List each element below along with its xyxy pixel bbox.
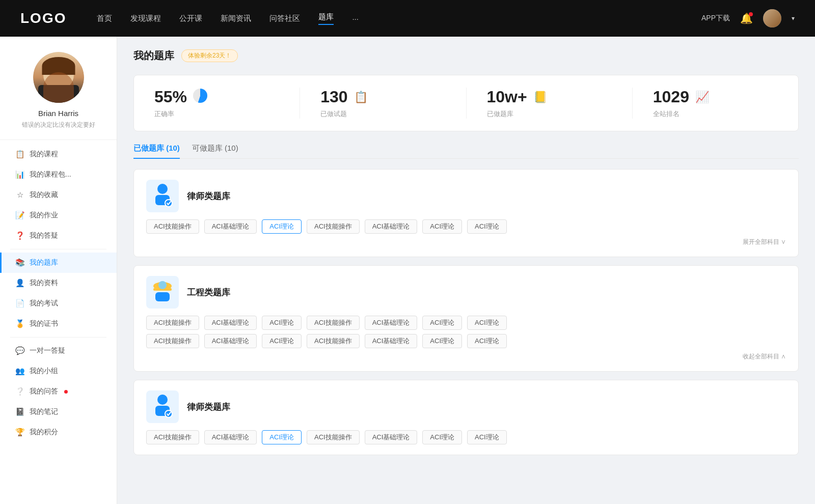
menu-my-courses[interactable]: 📋 我的课程: [0, 144, 117, 164]
tag-eng-r2-3[interactable]: ACI技能操作: [307, 334, 360, 348]
qbank-avatar-engineer: [146, 276, 179, 309]
menu-homework[interactable]: 📝 我的作业: [0, 205, 117, 226]
menu-points[interactable]: 🏆 我的积分: [0, 422, 117, 442]
tag-eng-r2-1[interactable]: ACI基础理论: [204, 334, 257, 348]
trial-badge: 体验剩余23天！: [181, 49, 238, 62]
menu-homework-label: 我的作业: [30, 211, 58, 220]
qbank-tags-engineer-row2: ACI技能操作 ACI基础理论 ACI理论 ACI技能操作 ACI基础理论 AC…: [146, 334, 786, 348]
tag-eng-r1-4[interactable]: ACI基础理论: [365, 316, 418, 330]
tag-eng-r1-5[interactable]: ACI理论: [422, 316, 462, 330]
tag-eng-r2-2[interactable]: ACI理论: [262, 334, 302, 348]
book-icon: 📒: [533, 91, 547, 104]
qbank-avatar-lawyer-1: [146, 180, 179, 212]
tag-eng-r2-5[interactable]: ACI理论: [422, 334, 462, 348]
tag-lawyer1-0[interactable]: ACI技能操作: [146, 219, 199, 234]
menu-profile[interactable]: 👤 我的资料: [0, 273, 117, 293]
tag-lawyer1-1[interactable]: ACI基础理论: [204, 219, 257, 234]
avatar-image: [763, 9, 781, 27]
stat-done-top: 130 📋: [320, 88, 367, 106]
menu-course-packages[interactable]: 📊 我的课程包...: [0, 164, 117, 185]
doubts-icon: ❓: [15, 231, 24, 240]
qbank-tags-lawyer-1: ACI技能操作 ACI基础理论 ACI理论 ACI技能操作 ACI基础理论 AC…: [146, 219, 786, 234]
menu-divider-1: [10, 249, 106, 249]
doc-icon: 📋: [354, 91, 368, 104]
svg-point-7: [157, 395, 168, 405]
tag-eng-r1-6[interactable]: ACI理论: [467, 316, 507, 330]
svg-rect-6: [155, 292, 170, 301]
user-avatar[interactable]: [763, 9, 781, 27]
tab-done-banks[interactable]: 已做题库 (10): [133, 144, 180, 158]
stat-done-label: 已做试题: [320, 109, 347, 119]
menu-one-on-one[interactable]: 💬 一对一答疑: [0, 341, 117, 361]
menu-qa-doubts[interactable]: ❓ 我的答疑: [0, 226, 117, 246]
page-layout: Brian Harris 错误的决定比没有决定要好 📋 我的课程 📊 我的课程包…: [0, 37, 815, 504]
qbank-icon: 📚: [15, 258, 24, 267]
menu-favorites[interactable]: ☆ 我的收藏: [0, 185, 117, 205]
menu-exam[interactable]: 📄 我的考试: [0, 293, 117, 314]
nav-home[interactable]: 首页: [97, 14, 112, 23]
qbank-header-lawyer-2: 律师类题库: [146, 390, 786, 423]
pie-chart-icon: [193, 89, 207, 103]
tag-eng-r1-1[interactable]: ACI基础理论: [204, 316, 257, 330]
tag-eng-r1-3[interactable]: ACI技能操作: [307, 316, 360, 330]
lawyer2-svg-icon: [150, 393, 175, 421]
tag-lawyer2-6[interactable]: ACI理论: [467, 430, 507, 444]
qbank-card-lawyer-1: 律师类题库 ACI技能操作 ACI基础理论 ACI理论 ACI技能操作 ACI基…: [133, 169, 799, 257]
menu-favorites-label: 我的收藏: [30, 190, 58, 200]
stat-accuracy-top: 55%: [154, 88, 207, 106]
nav-more[interactable]: ···: [352, 14, 359, 23]
tag-eng-r2-0[interactable]: ACI技能操作: [146, 334, 199, 348]
nav-qa[interactable]: 问答社区: [269, 14, 300, 23]
tag-lawyer1-3[interactable]: ACI技能操作: [307, 219, 360, 234]
menu-one-on-one-label: 一对一答疑: [30, 346, 65, 355]
menu-group[interactable]: 👥 我的小组: [0, 361, 117, 381]
tag-lawyer2-0[interactable]: ACI技能操作: [146, 430, 199, 444]
nav-news[interactable]: 新闻资讯: [221, 14, 251, 23]
qbank-footer-lawyer-1: 展开全部科目 ∨: [146, 238, 786, 246]
menu-my-qa[interactable]: ❔ 我的问答: [0, 381, 117, 402]
menu-qbank[interactable]: 📚 我的题库: [0, 253, 117, 273]
tag-eng-r2-6[interactable]: ACI理论: [467, 334, 507, 348]
homework-icon: 📝: [15, 211, 24, 220]
favorites-icon: ☆: [15, 190, 24, 200]
tag-eng-r1-0[interactable]: ACI技能操作: [146, 316, 199, 330]
menu-notes[interactable]: 📓 我的笔记: [0, 402, 117, 422]
qbank-avatar-lawyer-2: [146, 390, 179, 423]
tag-lawyer2-4[interactable]: ACI基础理论: [365, 430, 418, 444]
notification-dot: [749, 12, 753, 16]
tag-eng-r1-2[interactable]: ACI理论: [262, 316, 302, 330]
qbank-title-lawyer-1: 律师类题库: [187, 190, 230, 202]
notification-bell[interactable]: 🔔: [740, 12, 753, 24]
tag-lawyer2-3[interactable]: ACI技能操作: [307, 430, 360, 444]
tag-lawyer2-5[interactable]: ACI理论: [422, 430, 462, 444]
menu-course-packages-label: 我的课程包...: [30, 170, 71, 179]
tag-lawyer1-5[interactable]: ACI理论: [422, 219, 462, 234]
menu-my-courses-label: 我的课程: [30, 150, 58, 159]
nav-opencourse[interactable]: 公开课: [179, 14, 202, 23]
tag-lawyer1-6[interactable]: ACI理论: [467, 219, 507, 234]
tag-lawyer1-2[interactable]: ACI理论: [262, 219, 302, 234]
svg-point-0: [157, 184, 168, 194]
courses-icon: 📋: [15, 150, 24, 159]
qbank-header-lawyer-1: 律师类题库: [146, 180, 786, 212]
user-dropdown-arrow[interactable]: ▾: [792, 15, 795, 22]
lawyer-svg-icon: [150, 182, 175, 210]
stat-accuracy-value: 55%: [154, 88, 187, 106]
menu-divider-2: [10, 337, 106, 338]
nav-discover[interactable]: 发现课程: [130, 14, 161, 23]
menu-certificate[interactable]: 🏅 我的证书: [0, 314, 117, 334]
expand-lawyer-1[interactable]: 展开全部科目 ∨: [743, 238, 786, 246]
tag-lawyer2-2[interactable]: ACI理论: [262, 430, 302, 444]
nav-menu: 首页 发现课程 公开课 新闻资讯 问答社区 题库 ···: [97, 12, 701, 25]
tag-lawyer2-1[interactable]: ACI基础理论: [204, 430, 257, 444]
tab-available-banks[interactable]: 可做题库 (10): [192, 144, 238, 158]
notes-icon: 📓: [15, 407, 24, 416]
menu-notes-label: 我的笔记: [30, 407, 58, 416]
menu-certificate-label: 我的证书: [30, 319, 58, 328]
collapse-engineer[interactable]: 收起全部科目 ∧: [743, 352, 786, 361]
page-header: 我的题库 体验剩余23天！: [133, 49, 799, 63]
tag-lawyer1-4[interactable]: ACI基础理论: [365, 219, 418, 234]
nav-qbank[interactable]: 题库: [318, 12, 334, 25]
tag-eng-r2-4[interactable]: ACI基础理论: [365, 334, 418, 348]
app-download-button[interactable]: APP下载: [701, 14, 730, 23]
